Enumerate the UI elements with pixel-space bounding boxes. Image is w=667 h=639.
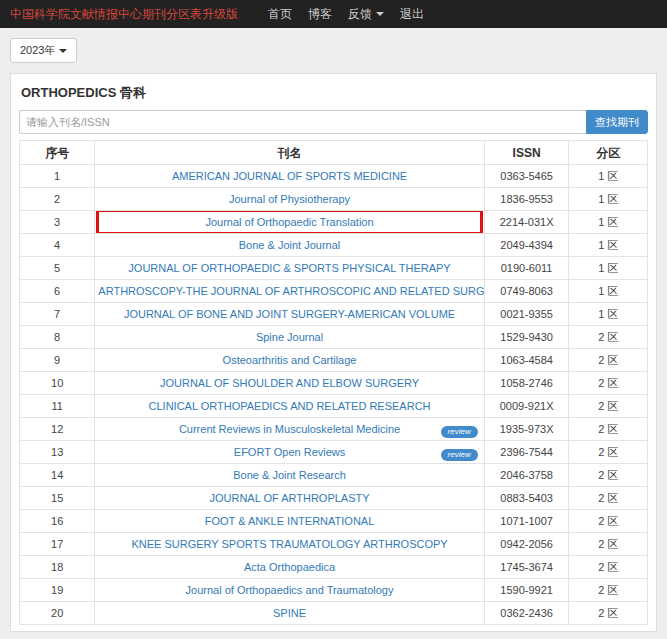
table-row: 4 Bone & Joint Journal 2049-4394 1 区: [20, 234, 648, 257]
journal-link[interactable]: Spine Journal: [256, 331, 323, 343]
nav-item-blog[interactable]: 博客: [308, 6, 332, 23]
zone-value: 1 区: [569, 303, 648, 326]
row-number: 11: [20, 395, 95, 418]
journal-link[interactable]: AMERICAN JOURNAL OF SPORTS MEDICINE: [172, 170, 407, 182]
journal-link[interactable]: Journal of Orthopaedics and Traumatology: [186, 584, 394, 596]
issn-value: 0883-5403: [484, 487, 569, 510]
table-row: 13 EFORT Open Reviews review 2396-7544 2…: [20, 441, 648, 464]
journal-link[interactable]: KNEE SURGERY SPORTS TRAUMATOLOGY ARTHROS…: [131, 538, 447, 550]
search-input[interactable]: [19, 110, 586, 134]
journal-link[interactable]: JOURNAL OF BONE AND JOINT SURGERY-AMERIC…: [124, 308, 455, 320]
column-header-name: 刊名: [95, 141, 484, 165]
table-row: 20 SPINE 0362-2436 2 区: [20, 602, 648, 625]
journal-link[interactable]: Bone & Joint Research: [233, 469, 346, 481]
journal-link[interactable]: JOURNAL OF ORTHOPAEDIC & SPORTS PHYSICAL…: [128, 262, 450, 274]
journal-name-cell: Bone & Joint Research: [95, 464, 484, 487]
journal-link[interactable]: ARTHROSCOPY-THE JOURNAL OF ARTHROSCOPIC …: [98, 285, 484, 297]
issn-value: 2214-031X: [484, 211, 569, 234]
table-row: 8 Spine Journal 1529-9430 2 区: [20, 326, 648, 349]
row-number: 8: [20, 326, 95, 349]
row-number: 14: [20, 464, 95, 487]
journal-link[interactable]: JOURNAL OF SHOULDER AND ELBOW SURGERY: [160, 377, 419, 389]
nav-item-feedback-label: 反馈: [348, 7, 372, 21]
journal-link[interactable]: Acta Orthopaedica: [244, 561, 335, 573]
issn-value: 0942-2056: [484, 533, 569, 556]
column-header-zone: 分区: [569, 141, 648, 165]
table-row: 7 JOURNAL OF BONE AND JOINT SURGERY-AMER…: [20, 303, 648, 326]
table-row: 3 Journal of Orthopaedic Translation 221…: [20, 211, 648, 234]
journal-table: 序号 刊名 ISSN 分区 1 AMERICAN JOURNAL OF SPOR…: [19, 140, 648, 625]
top-navbar: 中国科学院文献情报中心期刊分区表升级版 首页 博客 反馈 退出: [0, 0, 667, 28]
journal-link[interactable]: CLINICAL ORTHOPAEDICS AND RELATED RESEAR…: [149, 400, 431, 412]
issn-value: 1590-9921: [484, 579, 569, 602]
nav-item-logout[interactable]: 退出: [400, 6, 424, 23]
journal-link[interactable]: JOURNAL OF ARTHROPLASTY: [209, 492, 369, 504]
journal-link[interactable]: Osteoarthritis and Cartilage: [223, 354, 357, 366]
journal-name-cell: SPINE: [95, 602, 484, 625]
journal-name-cell: AMERICAN JOURNAL OF SPORTS MEDICINE: [95, 165, 484, 188]
table-row: 11 CLINICAL ORTHOPAEDICS AND RELATED RES…: [20, 395, 648, 418]
journal-name-cell: ARTHROSCOPY-THE JOURNAL OF ARTHROSCOPIC …: [95, 280, 484, 303]
chevron-down-icon: [59, 49, 67, 53]
zone-value: 2 区: [569, 326, 648, 349]
row-number: 10: [20, 372, 95, 395]
journal-link[interactable]: Current Reviews in Musculoskeletal Medic…: [179, 423, 400, 435]
zone-value: 2 区: [569, 441, 648, 464]
issn-value: 0190-6011: [484, 257, 569, 280]
journal-link[interactable]: FOOT & ANKLE INTERNATIONAL: [205, 515, 375, 527]
journal-name-cell: Osteoarthritis and Cartilage: [95, 349, 484, 372]
row-number: 15: [20, 487, 95, 510]
year-dropdown-button[interactable]: 2023年: [10, 38, 77, 63]
row-number: 12: [20, 418, 95, 441]
row-number: 9: [20, 349, 95, 372]
journal-link[interactable]: SPINE: [273, 607, 306, 619]
zone-value: 2 区: [569, 510, 648, 533]
journal-link[interactable]: EFORT Open Reviews: [234, 446, 345, 458]
search-bar: 查找期刊: [19, 110, 648, 134]
issn-value: 2396-7544: [484, 441, 569, 464]
journal-link[interactable]: Journal of Physiotherapy: [229, 193, 350, 205]
issn-value: 1058-2746: [484, 372, 569, 395]
journal-name-cell: JOURNAL OF ORTHOPAEDIC & SPORTS PHYSICAL…: [95, 257, 484, 280]
row-number: 1: [20, 165, 95, 188]
journal-name-cell: EFORT Open Reviews review: [95, 441, 484, 464]
table-row: 14 Bone & Joint Research 2046-3758 2 区: [20, 464, 648, 487]
journal-name-cell: Journal of Orthopaedics and Traumatology: [95, 579, 484, 602]
journal-link[interactable]: Journal of Orthopaedic Translation: [205, 216, 373, 228]
table-row: 5 JOURNAL OF ORTHOPAEDIC & SPORTS PHYSIC…: [20, 257, 648, 280]
search-button[interactable]: 查找期刊: [586, 110, 648, 134]
journal-link[interactable]: Bone & Joint Journal: [239, 239, 341, 251]
journal-name-cell: Acta Orthopaedica: [95, 556, 484, 579]
zone-value: 1 区: [569, 234, 648, 257]
chevron-down-icon: [376, 12, 384, 16]
journal-name-cell: Bone & Joint Journal: [95, 234, 484, 257]
table-row: 15 JOURNAL OF ARTHROPLASTY 0883-5403 2 区: [20, 487, 648, 510]
year-dropdown-label: 2023年: [20, 44, 55, 56]
journal-name-cell: Journal of Orthopaedic Translation: [95, 211, 484, 234]
nav-item-home[interactable]: 首页: [268, 6, 292, 23]
main-panel: ORTHOPEDICS 骨科 查找期刊 序号 刊名 ISSN 分区 1 AMER…: [10, 73, 657, 632]
issn-value: 0021-9355: [484, 303, 569, 326]
row-number: 19: [20, 579, 95, 602]
row-number: 7: [20, 303, 95, 326]
issn-value: 1071-1007: [484, 510, 569, 533]
row-number: 3: [20, 211, 95, 234]
zone-value: 1 区: [569, 165, 648, 188]
table-row: 6 ARTHROSCOPY-THE JOURNAL OF ARTHROSCOPI…: [20, 280, 648, 303]
issn-value: 1836-9553: [484, 188, 569, 211]
zone-value: 2 区: [569, 602, 648, 625]
journal-name-cell: Journal of Physiotherapy: [95, 188, 484, 211]
row-number: 6: [20, 280, 95, 303]
zone-value: 1 区: [569, 257, 648, 280]
table-row: 18 Acta Orthopaedica 1745-3674 2 区: [20, 556, 648, 579]
table-row: 17 KNEE SURGERY SPORTS TRAUMATOLOGY ARTH…: [20, 533, 648, 556]
site-brand-link[interactable]: 中国科学院文献情报中心期刊分区表升级版: [10, 6, 238, 23]
zone-value: 2 区: [569, 372, 648, 395]
column-header-issn: ISSN: [484, 141, 569, 165]
issn-value: 1745-3674: [484, 556, 569, 579]
section-title: ORTHOPEDICS 骨科: [21, 84, 648, 102]
nav-item-feedback[interactable]: 反馈: [348, 6, 384, 23]
journal-name-cell: CLINICAL ORTHOPAEDICS AND RELATED RESEAR…: [95, 395, 484, 418]
journal-name-cell: Spine Journal: [95, 326, 484, 349]
issn-value: 2046-3758: [484, 464, 569, 487]
